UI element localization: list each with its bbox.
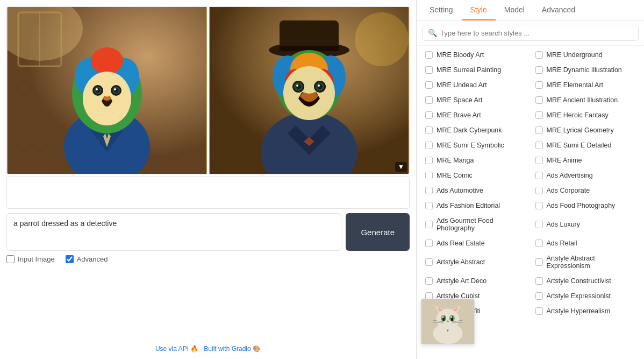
style-item-ads-fashion-editorial[interactable]: Ads Fashion Editorial (421, 199, 530, 213)
footer-separator: 🔥 · (190, 345, 204, 353)
image-cell-right: ▼ (209, 7, 409, 174)
style-checkbox (425, 111, 433, 119)
style-item-mre-elemental-art[interactable]: MRE Elemental Art (531, 78, 640, 92)
style-item-artstyle-abstract-expressionism[interactable]: Artstyle Abstract Expressionism (531, 251, 640, 273)
style-checkbox (535, 111, 543, 119)
style-row: Ads Real Estate Ads Retail (421, 236, 640, 250)
style-label: MRE Sumi E Symbolic (437, 142, 504, 149)
generate-button[interactable]: Generate (346, 213, 410, 251)
use-api-link[interactable]: Use via API (155, 345, 190, 353)
search-input-wrap: 🔍 (422, 25, 639, 41)
style-item-ads-real-estate[interactable]: Ads Real Estate (421, 236, 530, 250)
style-checkbox (535, 66, 543, 74)
tab-setting[interactable]: Setting (421, 0, 462, 20)
style-row: Ads Fashion Editorial Ads Food Photograp… (421, 199, 640, 213)
style-label: Artstyle Constructivist (547, 277, 611, 285)
style-item-artstyle-hyperrealism[interactable]: Artstyle Hyperrealism (531, 304, 640, 318)
style-item-mre-surreal-painting[interactable]: MRE Surreal Painting (421, 63, 530, 77)
input-image-checkbox[interactable] (6, 255, 15, 263)
style-item-mre-dynamic-illustration[interactable]: MRE Dynamic Illustration (531, 63, 640, 77)
image-cell-left (7, 7, 207, 174)
style-item-mre-ancient-illustration[interactable]: MRE Ancient Illustration (531, 93, 640, 107)
style-label: Artstyle Art Deco (437, 277, 486, 285)
style-checkbox (425, 187, 433, 194)
style-checkbox (425, 172, 433, 179)
style-item-ads-advertising[interactable]: Ads Advertising (531, 168, 640, 182)
svg-point-22 (355, 12, 409, 66)
style-item-ads-food-photography[interactable]: Ads Food Photography (531, 199, 640, 213)
style-item-mre-bloody-art[interactable]: MRE Bloody Art (421, 48, 530, 62)
advanced-checkbox[interactable] (66, 255, 74, 263)
style-item-artstyle-expressionist[interactable]: Artstyle Expressionist (531, 289, 640, 303)
style-item-mre-heroic-fantasy[interactable]: MRE Heroic Fantasy (531, 108, 640, 122)
style-checkbox (535, 202, 543, 209)
style-label: MRE Dynamic Illustration (547, 66, 622, 74)
style-label: Ads Advertising (547, 172, 593, 179)
prompt-input[interactable] (6, 213, 341, 251)
style-checkbox (535, 142, 543, 149)
style-item-artstyle-art-deco[interactable]: Artstyle Art Deco (421, 274, 530, 288)
style-checkbox (425, 66, 433, 74)
svg-point-44 (436, 308, 459, 329)
style-item-ads-luxury[interactable]: Ads Luxury (531, 214, 640, 235)
style-item-ads-corporate[interactable]: Ads Corporate (531, 184, 640, 198)
style-checkbox (535, 172, 543, 179)
style-item-mre-dark-cyberpunk[interactable]: MRE Dark Cyberpunk (421, 123, 530, 137)
parrot-right-image (209, 7, 409, 174)
app-container: ▼ Generate Input Image Advanced Use (0, 0, 644, 359)
style-checkbox (535, 277, 543, 285)
style-label: MRE Brave Art (437, 111, 481, 119)
tab-style[interactable]: Style (462, 0, 496, 20)
style-item-ads-retail[interactable]: Ads Retail (531, 236, 640, 250)
style-label: Ads Food Photography (547, 202, 616, 209)
style-label: Ads Corporate (547, 187, 590, 194)
advanced-option[interactable]: Advanced (66, 255, 108, 263)
svg-point-37 (296, 85, 298, 87)
tab-advanced[interactable]: Advanced (533, 0, 584, 20)
style-item-mre-space-art[interactable]: MRE Space Art (421, 93, 530, 107)
style-checkbox (425, 126, 433, 134)
style-item-mre-sumi-e-symbolic[interactable]: MRE Sumi E Symbolic (421, 138, 530, 152)
style-item-artstyle-constructivist[interactable]: Artstyle Constructivist (531, 274, 640, 288)
style-label: MRE Sumi E Detailed (547, 142, 612, 149)
style-checkbox (425, 81, 433, 89)
style-item-mre-comic[interactable]: MRE Comic (421, 168, 530, 182)
style-checkbox (425, 142, 433, 149)
style-label: MRE Comic (437, 172, 473, 179)
tab-model[interactable]: Model (496, 0, 533, 20)
style-item-ads-gourmet-food-photography[interactable]: Ads Gourmet Food Photography (421, 214, 530, 235)
svg-point-33 (283, 66, 335, 120)
style-checkbox (425, 157, 433, 164)
search-bar: 🔍 (417, 20, 644, 46)
style-label: Ads Fashion Editorial (437, 202, 500, 209)
style-item-mre-underground[interactable]: MRE Underground (531, 48, 640, 62)
style-item-mre-lyrical-geometry[interactable]: MRE Lyrical Geometry (531, 123, 640, 137)
style-label: Ads Luxury (547, 221, 581, 228)
style-item-mre-manga[interactable]: MRE Manga (421, 153, 530, 167)
style-checkbox (535, 51, 543, 59)
style-checkbox (535, 126, 543, 134)
cat-preview-image (421, 299, 474, 344)
style-label: MRE Heroic Fantasy (547, 111, 609, 119)
style-item-mre-undead-art[interactable]: MRE Undead Art (421, 78, 530, 92)
style-item-artstyle-abstract[interactable]: Artstyle Abstract (421, 251, 530, 273)
style-label: Artstyle Expressionist (547, 292, 611, 300)
style-item-ads-automotive[interactable]: Ads Automotive (421, 184, 530, 198)
style-checkbox (535, 157, 543, 164)
text-input-area: Generate (6, 213, 410, 251)
style-row: MRE Dark Cyberpunk MRE Lyrical Geometry (421, 123, 640, 137)
svg-point-19 (114, 88, 116, 90)
image-controls: ▼ (395, 162, 407, 172)
style-checkbox (535, 292, 543, 300)
left-panel: ▼ Generate Input Image Advanced Use (0, 0, 417, 359)
style-item-mre-sumi-e-detailed[interactable]: MRE Sumi E Detailed (531, 138, 640, 152)
input-image-label: Input Image (18, 255, 55, 263)
style-label: Ads Automotive (437, 187, 483, 194)
input-image-option[interactable]: Input Image (6, 255, 55, 263)
style-item-mre-brave-art[interactable]: MRE Brave Art (421, 108, 530, 122)
style-item-mre-anime[interactable]: MRE Anime (531, 153, 640, 167)
style-row: MRE Undead Art MRE Elemental Art (421, 78, 640, 92)
search-input[interactable] (440, 29, 633, 37)
styles-list[interactable]: MRE Bloody Art MRE Underground MRE Surre… (417, 46, 644, 359)
scroll-down-button[interactable]: ▼ (395, 162, 407, 172)
